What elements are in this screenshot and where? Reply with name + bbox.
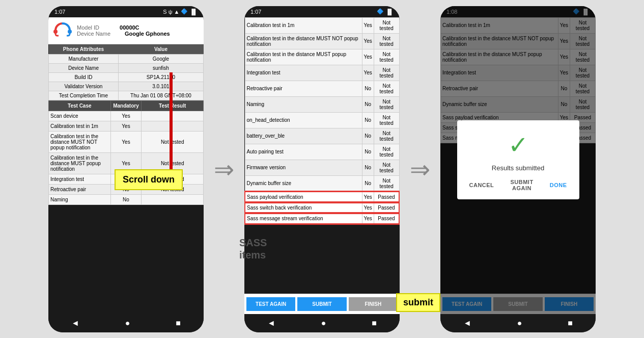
table-cell: Yes xyxy=(362,33,374,49)
table-row: Firmware versionNoNot tested xyxy=(245,160,399,175)
table-cell: No xyxy=(362,96,374,112)
attr-cell: Thu Jan 01 08 GMT+08:00 xyxy=(118,91,203,100)
phone3-nav: ◄ ● ■ xyxy=(440,314,596,332)
table-cell: Not tested xyxy=(374,160,399,175)
dialog-overlay: ✓ Results submitted CANCEL SUBMIT AGAIN … xyxy=(440,6,596,314)
table-cell: Sass switch back verification xyxy=(245,202,362,213)
table-cell: Yes xyxy=(362,65,374,81)
dialog-text: Results submitted xyxy=(492,164,544,172)
recent-button[interactable]: ■ xyxy=(176,319,181,328)
back-button3[interactable]: ◄ xyxy=(463,319,471,328)
table-cell: Not tested xyxy=(374,175,399,192)
table-row: Sass payload verificationYesPassed xyxy=(245,192,399,202)
table-cell: Calibration test in the distance MUST NO… xyxy=(49,131,111,152)
table-cell: Not tested xyxy=(374,144,399,160)
recent-button2[interactable]: ■ xyxy=(372,319,377,328)
phone1-nav: ◄ ● ■ xyxy=(48,314,204,332)
results-dialog: ✓ Results submitted CANCEL SUBMIT AGAIN … xyxy=(457,120,579,199)
cancel-button[interactable]: CANCEL xyxy=(465,177,498,193)
table-row: Retroactive pairNoNot tested xyxy=(245,81,399,96)
table-cell: Naming xyxy=(49,194,111,204)
phone2-test-table: Calibration test in 1mYesNot testedCalib… xyxy=(244,17,400,224)
attr-cell: Manufacturer xyxy=(49,54,119,63)
table-cell: Integration test xyxy=(245,65,362,81)
attr-table-container: Phone Attributes Value ManufacturerGoogl… xyxy=(48,44,204,100)
table-cell: Yes xyxy=(110,111,142,121)
col-test-case: Test Case xyxy=(49,100,111,111)
col-mandatory: Mandatory xyxy=(110,100,142,111)
attr-cell: Build ID xyxy=(49,72,119,82)
table-cell: Not tested xyxy=(374,49,399,65)
table-cell: Passed xyxy=(374,213,399,224)
submit-button[interactable]: SUBMIT xyxy=(297,297,346,311)
table-cell: Integration test xyxy=(49,174,111,184)
home-button2[interactable]: ● xyxy=(321,319,326,328)
table-cell: Sass message stream verification xyxy=(245,213,362,224)
back-button2[interactable]: ◄ xyxy=(267,319,275,328)
arrow2: ⇒ xyxy=(405,155,435,184)
table-row: Calibration test in the distance MUST NO… xyxy=(245,33,399,49)
table-cell: Retroactive pair xyxy=(49,184,111,194)
phone3-frame: 1:08 🔷 ▐▌ Calibration test in 1mYesNot t… xyxy=(440,6,596,332)
table-cell: Scan device xyxy=(49,111,111,121)
home-button[interactable]: ● xyxy=(125,319,130,328)
table-cell: Sass payload verification xyxy=(245,192,362,202)
table-row: Calibration test in 1mYesNot tested xyxy=(245,17,399,33)
arrow1: ⇒ xyxy=(209,155,239,184)
table-cell: Yes xyxy=(110,121,142,131)
table-cell: Yes xyxy=(362,202,374,213)
test-table-scroll[interactable]: Test Case Mandatory Test Result Scan dev… xyxy=(48,100,204,314)
table-cell: Calibration test in 1m xyxy=(49,121,111,131)
table-cell: Calibration test in the distance MUST po… xyxy=(49,152,111,174)
phone2-table-scroll[interactable]: Calibration test in 1mYesNot testedCalib… xyxy=(244,17,400,294)
attr-cell: SP1A.21110 xyxy=(118,72,203,82)
table-cell: battery_over_ble xyxy=(245,128,362,144)
table-cell: Yes xyxy=(110,131,142,152)
table-row: Calibration test in 1mYes xyxy=(49,121,204,131)
phone2-wrapper: 1:07 🔷 ▐▌ Calibration test in 1mYesNot t… xyxy=(244,6,400,332)
phone2-status-bar: 1:07 🔷 ▐▌ xyxy=(244,6,400,17)
table-cell: Yes xyxy=(362,192,374,202)
table-cell: Auto pairing test xyxy=(245,144,362,160)
table-cell: Not tested xyxy=(374,17,399,33)
phone1-status-bar: 1:07 S ψ ▲ 🔷 ▐▌ xyxy=(48,6,204,17)
table-row: Dynamic buffer sizeNoNot tested xyxy=(245,175,399,192)
device-logo xyxy=(53,21,72,40)
table-row: NamingNoNot tested xyxy=(245,96,399,112)
table-cell: Firmware version xyxy=(245,160,362,175)
phone2-buttons: TEST AGAIN SUBMIT FINISH xyxy=(244,294,400,314)
table-cell: No xyxy=(362,175,374,192)
table-cell xyxy=(142,194,204,204)
phone2-frame: 1:07 🔷 ▐▌ Calibration test in 1mYesNot t… xyxy=(244,6,400,332)
table-cell: No xyxy=(110,194,142,204)
table-row: NamingNo xyxy=(49,194,204,204)
table-cell: Not tested xyxy=(374,112,399,128)
table-cell: Yes xyxy=(362,213,374,224)
submit-annotation: submit xyxy=(396,293,440,312)
back-button[interactable]: ◄ xyxy=(71,319,79,328)
table-cell: Calibration test in the distance MUST po… xyxy=(245,49,362,65)
table-cell: Passed xyxy=(374,202,399,213)
attr-col1: Phone Attributes xyxy=(49,44,119,55)
table-row: Calibration test in the distance MUST po… xyxy=(245,49,399,65)
recent-button3[interactable]: ■ xyxy=(568,319,573,328)
submit-again-button[interactable]: SUBMIT AGAIN xyxy=(502,177,541,193)
table-row: Auto pairing testNoNot tested xyxy=(245,144,399,160)
done-button[interactable]: DONE xyxy=(546,177,571,193)
phone1-status-icons: S ψ ▲ 🔷 ▐▌ xyxy=(163,8,198,15)
table-row: Sass switch back verificationYesPassed xyxy=(245,202,399,213)
phone2-time: 1:07 xyxy=(250,9,261,15)
table-cell: Yes xyxy=(362,17,374,33)
attr-cell: Device Name xyxy=(49,63,119,72)
sass-label: SASSitems xyxy=(239,237,267,261)
attr-cell: Validator Version xyxy=(49,82,119,91)
table-cell: Calibration test in 1m xyxy=(245,17,362,33)
attr-cell: sunfish xyxy=(118,63,203,72)
home-button3[interactable]: ● xyxy=(517,319,522,328)
main-container: Scroll down 1:07 S ψ ▲ 🔷 ▐▌ xyxy=(0,0,644,338)
table-cell: Calibration test in the distance MUST NO… xyxy=(245,33,362,49)
finish-button[interactable]: FINISH xyxy=(349,297,398,311)
test-again-button[interactable]: TEST AGAIN xyxy=(246,297,295,311)
table-cell: Not tested xyxy=(374,33,399,49)
table-row: Integration testYesNot tested xyxy=(245,65,399,81)
